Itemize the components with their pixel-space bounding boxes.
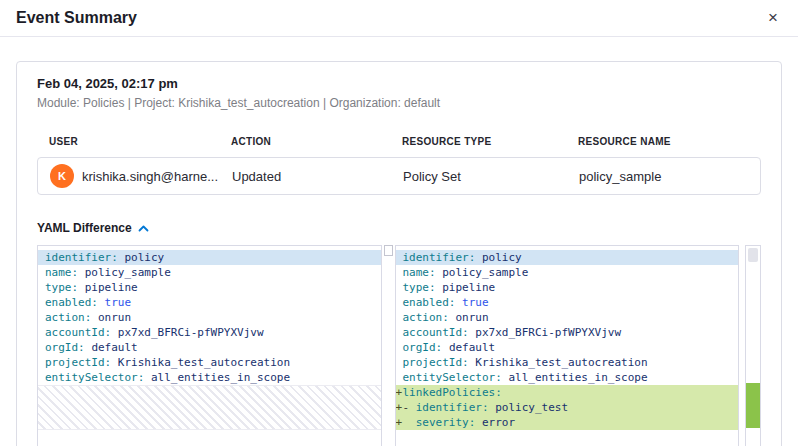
- diff-line: projectId: Krishika_test_autocreation: [38, 355, 381, 370]
- diff-line: + severity: error: [396, 415, 739, 430]
- action-cell: Updated: [232, 169, 403, 184]
- diff-line: name: policy_sample: [396, 265, 739, 280]
- yaml-difference-label: YAML Difference: [37, 221, 132, 235]
- diff-line: accountId: px7xd_BFRCi-pfWPYXVjvw: [38, 325, 381, 340]
- diff-line: enabled: true: [38, 295, 381, 310]
- event-card: Feb 04, 2025, 02:17 pm Module: Policies …: [16, 61, 782, 446]
- diff-right-pane[interactable]: identifier: policyname: policy_sampletyp…: [395, 245, 740, 446]
- scrollbar-thumb[interactable]: [748, 248, 758, 262]
- diff-line: identifier: policy: [396, 250, 739, 265]
- column-header-resource-type: RESOURCE TYPE: [402, 136, 578, 147]
- yaml-difference-toggle[interactable]: YAML Difference: [37, 221, 761, 235]
- avatar: K: [50, 164, 74, 188]
- diff-left-pane[interactable]: identifier: policyname: policy_sampletyp…: [37, 245, 382, 446]
- diff-gutter-handle: [384, 245, 393, 256]
- table-header-row: USER ACTION RESOURCE TYPE RESOURCE NAME: [37, 136, 761, 147]
- diff-line: action: onrun: [38, 310, 381, 325]
- user-cell: K krishika.singh@harne...: [50, 164, 232, 188]
- diff-line: projectId: Krishika_test_autocreation: [396, 355, 739, 370]
- column-header-action: ACTION: [231, 136, 402, 147]
- diff-line: entitySelector: all_entities_in_scope: [38, 370, 381, 385]
- yaml-diff-view: identifier: policyname: policy_sampletyp…: [37, 245, 761, 446]
- user-email: krishika.singh@harne...: [82, 169, 218, 184]
- column-header-user: USER: [49, 136, 231, 147]
- diff-line: +- identifier: policy_test: [396, 400, 739, 415]
- event-meta: Module: Policies | Project: Krishika_tes…: [37, 96, 761, 110]
- diff-line: identifier: policy: [38, 250, 381, 265]
- close-icon[interactable]: ×: [764, 7, 782, 28]
- modal-header: Event Summary ×: [0, 0, 798, 37]
- modal-body: Feb 04, 2025, 02:17 pm Module: Policies …: [0, 37, 798, 446]
- chevron-up-icon[interactable]: [138, 225, 149, 232]
- diff-line: orgId: default: [38, 340, 381, 355]
- diff-line: +linkedPolicies:: [396, 385, 739, 400]
- diff-line: accountId: px7xd_BFRCi-pfWPYXVjvw: [396, 325, 739, 340]
- diff-line: action: onrun: [396, 310, 739, 325]
- diff-line: enabled: true: [396, 295, 739, 310]
- resource-type-cell: Policy Set: [403, 169, 579, 184]
- diff-line: name: policy_sample: [38, 265, 381, 280]
- diff-line: type: pipeline: [38, 280, 381, 295]
- diff-collapsed-region: [38, 385, 381, 430]
- diff-map-added-marker: [746, 383, 760, 428]
- diff-scrollbar[interactable]: [745, 245, 761, 446]
- diff-line: type: pipeline: [396, 280, 739, 295]
- diff-line: entitySelector: all_entities_in_scope: [396, 370, 739, 385]
- diff-gutter: [382, 245, 395, 446]
- resource-name-cell: policy_sample: [579, 169, 748, 184]
- table-row[interactable]: K krishika.singh@harne... Updated Policy…: [37, 157, 761, 195]
- page-title: Event Summary: [16, 9, 137, 27]
- event-timestamp: Feb 04, 2025, 02:17 pm: [37, 76, 761, 91]
- diff-line: orgId: default: [396, 340, 739, 355]
- column-header-resource-name: RESOURCE NAME: [578, 136, 749, 147]
